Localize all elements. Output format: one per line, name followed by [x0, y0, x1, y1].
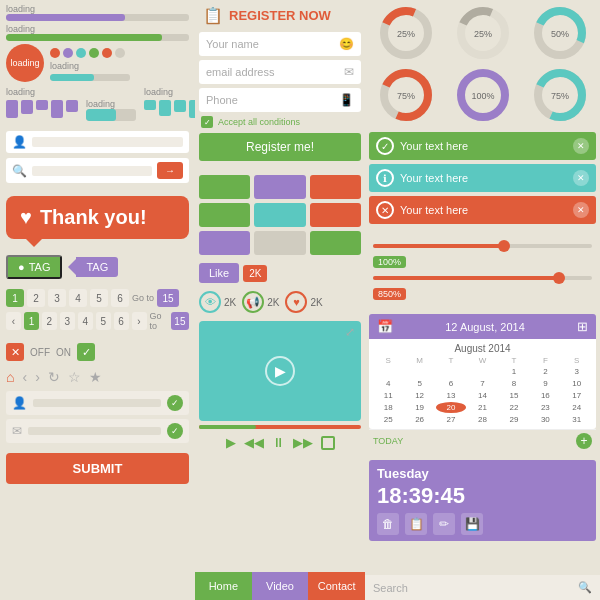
stop-ctrl[interactable]	[321, 436, 335, 450]
register-button[interactable]: Register me!	[199, 133, 361, 161]
nav-home-tab[interactable]: Home	[195, 572, 252, 600]
cal-day-11[interactable]: 11	[373, 390, 403, 401]
page-btn-4b[interactable]: 4	[78, 312, 93, 330]
color-btn-teal-1[interactable]	[254, 203, 305, 227]
accept-checkbox[interactable]: ✓	[201, 116, 213, 128]
color-btn-beige-1[interactable]	[254, 231, 305, 255]
cal-day-28[interactable]: 28	[467, 414, 497, 425]
page-btn-5b[interactable]: 5	[96, 312, 111, 330]
page-btn-2b[interactable]: 2	[42, 312, 57, 330]
page-btn-1b[interactable]: 1	[24, 312, 39, 330]
notif-close-2[interactable]: ✕	[573, 170, 589, 186]
cal-day-18[interactable]: 18	[373, 402, 403, 413]
page-btn-1[interactable]: 1	[6, 289, 24, 307]
cal-day-16[interactable]: 16	[530, 390, 560, 401]
phone-field[interactable]: Phone 📱	[199, 88, 361, 112]
page-btn-5[interactable]: 5	[90, 289, 108, 307]
cal-day-17[interactable]: 17	[562, 390, 592, 401]
goto-box[interactable]: 15	[157, 289, 179, 307]
cal-day-31[interactable]: 31	[562, 414, 592, 425]
color-btn-purple-2[interactable]	[199, 231, 250, 255]
cal-day-24[interactable]: 24	[562, 402, 592, 413]
cal-day-8[interactable]: 8	[499, 378, 529, 389]
page-btn-3b[interactable]: 3	[60, 312, 75, 330]
search-bar-icon[interactable]: 🔍	[578, 581, 592, 594]
cal-day-2[interactable]: 2	[530, 366, 560, 377]
page-btn-4[interactable]: 4	[69, 289, 87, 307]
page-btn-6b[interactable]: 6	[114, 312, 129, 330]
cal-day-7[interactable]: 7	[467, 378, 497, 389]
edit-icon-btn[interactable]: ✏	[433, 513, 455, 535]
cal-day-29[interactable]: 29	[499, 414, 529, 425]
slider-thumb-1[interactable]	[498, 240, 510, 252]
refresh-nav-icon[interactable]: ↻	[48, 369, 60, 385]
cal-day-14[interactable]: 14	[467, 390, 497, 401]
color-btn-green-3[interactable]	[310, 231, 361, 255]
cal-day-3[interactable]: 3	[562, 366, 592, 377]
color-btn-purple-1[interactable]	[254, 175, 305, 199]
color-btn-green-2[interactable]	[199, 203, 250, 227]
notif-close-1[interactable]: ✕	[573, 138, 589, 154]
color-btn-red-1[interactable]	[310, 175, 361, 199]
ffwd-ctrl[interactable]: ▶▶	[293, 435, 313, 450]
nav-video-tab[interactable]: Video	[252, 572, 309, 600]
fwd-nav-icon[interactable]: ›	[35, 369, 40, 385]
cal-day-12[interactable]: 12	[404, 390, 434, 401]
nav-contact-tab[interactable]: Contact	[308, 572, 365, 600]
search-button[interactable]: →	[157, 162, 183, 179]
goto-box-2[interactable]: 15	[171, 312, 189, 330]
cal-day-22[interactable]: 22	[499, 402, 529, 413]
cal-day-26[interactable]: 26	[404, 414, 434, 425]
email-field[interactable]: email address ✉	[199, 60, 361, 84]
color-btn-green-1[interactable]	[199, 175, 250, 199]
toggle-x-btn[interactable]: ✕	[6, 343, 24, 361]
slider-thumb-2[interactable]	[553, 272, 565, 284]
clipboard-icon-btn[interactable]: 📋	[405, 513, 427, 535]
play-ctrl[interactable]: ▶	[226, 435, 236, 450]
cal-day-4[interactable]: 4	[373, 378, 403, 389]
cal-day-10[interactable]: 10	[562, 378, 592, 389]
cal-day-1[interactable]: 1	[499, 366, 529, 377]
cal-day-13[interactable]: 13	[436, 390, 466, 401]
trash-icon-btn[interactable]: 🗑	[377, 513, 399, 535]
page-btn-3[interactable]: 3	[48, 289, 66, 307]
today-label[interactable]: TODAY	[373, 436, 403, 446]
search-bar-placeholder: Search	[373, 582, 572, 594]
cal-day-27[interactable]: 27	[436, 414, 466, 425]
next-page-btn[interactable]: ›	[132, 312, 147, 330]
tag-button-1[interactable]: ● TAG	[6, 255, 62, 279]
play-button[interactable]: ▶	[265, 356, 295, 386]
cal-day-9[interactable]: 9	[530, 378, 560, 389]
cal-day-6[interactable]: 6	[436, 378, 466, 389]
color-btn-red-2[interactable]	[310, 203, 361, 227]
page-btn-6[interactable]: 6	[111, 289, 129, 307]
page-btn-2[interactable]: 2	[27, 289, 45, 307]
like-button[interactable]: Like	[199, 263, 239, 283]
cal-day-30[interactable]: 30	[530, 414, 560, 425]
cal-day-25[interactable]: 25	[373, 414, 403, 425]
home-nav-icon[interactable]: ⌂	[6, 369, 14, 385]
donut-chart-3: 50%	[531, 4, 589, 62]
donut-1: 25%	[377, 4, 435, 62]
cal-day-21[interactable]: 21	[467, 402, 497, 413]
prev-page-btn[interactable]: ‹	[6, 312, 21, 330]
rewind-ctrl[interactable]: ◀◀	[244, 435, 264, 450]
color-btn-grid	[195, 171, 365, 259]
cal-day-20-today[interactable]: 20	[436, 402, 466, 413]
cal-day-5[interactable]: 5	[404, 378, 434, 389]
cal-day-23[interactable]: 23	[530, 402, 560, 413]
star-filled-icon[interactable]: ★	[89, 369, 102, 385]
back-nav-icon[interactable]: ‹	[22, 369, 27, 385]
save-icon-btn[interactable]: 💾	[461, 513, 483, 535]
star-icon[interactable]: ☆	[68, 369, 81, 385]
add-event-btn[interactable]: +	[576, 433, 592, 449]
name-field[interactable]: Your name 😊	[199, 32, 361, 56]
cal-grid-icon[interactable]: ⊞	[577, 319, 588, 334]
notif-close-3[interactable]: ✕	[573, 202, 589, 218]
cal-day-15[interactable]: 15	[499, 390, 529, 401]
toggle-check-btn[interactable]: ✓	[77, 343, 95, 361]
expand-icon[interactable]: ⤢	[345, 325, 355, 339]
cal-day-19[interactable]: 19	[404, 402, 434, 413]
submit-button[interactable]: SUBMIT	[6, 453, 189, 484]
pause-ctrl[interactable]: ⏸	[272, 435, 285, 450]
